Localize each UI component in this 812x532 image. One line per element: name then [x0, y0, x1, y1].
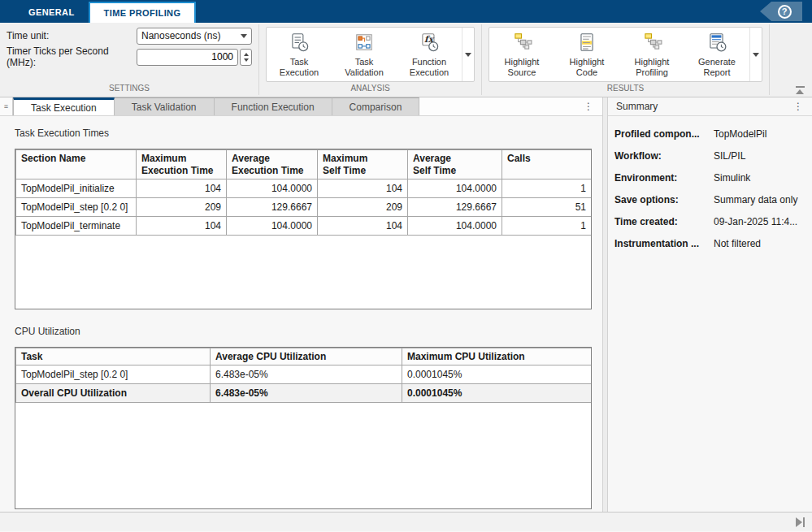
timer-ticks-label: Timer Ticks per Second (MHz): [7, 45, 137, 68]
summary-row-workflow: Workflow: SIL/PIL [614, 145, 805, 167]
cpu-table-title: CPU Utilization [15, 326, 592, 337]
cell: 104.0000 [227, 217, 318, 236]
cpu-table: Task Average CPU Utilization Maximum CPU… [15, 348, 592, 403]
cell: 129.6667 [227, 198, 318, 217]
doc-tab-comparison[interactable]: Comparison [332, 97, 420, 115]
cell: 6.483e-05% [211, 365, 402, 384]
tab-time-profiling[interactable]: TIME PROFILING [89, 2, 197, 23]
doc-tab-function-execution[interactable]: Function Execution [215, 97, 332, 115]
col-avg-cpu: Average CPU Utilization [211, 348, 402, 365]
collapse-toolstrip-icon [796, 86, 805, 88]
analysis-dropdown-button[interactable] [462, 28, 474, 81]
document-tabstrip: ≡ Task Execution Task Validation Functio… [0, 97, 602, 116]
summary-value: Summary data only [714, 194, 805, 205]
task-execution-button[interactable]: Task Execution [267, 28, 332, 81]
spin-down-icon [244, 58, 249, 62]
summary-key: Profiled compon... [614, 128, 714, 140]
highlight-source-button[interactable]: Highlight Source [489, 28, 554, 81]
chevron-down-icon [465, 53, 471, 57]
table-row[interactable]: TopModelPil_terminate 104 104.0000 104 1… [16, 217, 592, 236]
panel-splitter[interactable] [602, 97, 608, 512]
cell: 51 [502, 198, 592, 217]
results-section-label: RESULTS [482, 84, 769, 97]
highlight-code-label: Highlight Code [570, 57, 605, 78]
summary-rows: Profiled compon... TopModelPil Workflow:… [608, 116, 812, 255]
summary-title: Summary [616, 101, 792, 112]
summary-row-time-created: Time created: 09-Jan-2025 11:4... [614, 211, 805, 233]
cpu-table-container: Task Average CPU Utilization Maximum CPU… [15, 347, 592, 509]
tab-general[interactable]: GENERAL [15, 2, 89, 23]
summary-row-environment: Environment: Simulink [614, 167, 805, 189]
cell: 129.6667 [408, 198, 502, 217]
analysis-section-label: ANALYSIS [259, 84, 481, 97]
summary-title-row: Summary ⋮ [608, 97, 812, 116]
analysis-section: Task Execution Task [259, 23, 481, 97]
doc-tab-task-validation[interactable]: Task Validation [115, 97, 215, 115]
chevron-down-icon [753, 53, 759, 57]
cell: 209 [137, 198, 227, 217]
cell: 6.483e-05% [211, 384, 402, 403]
exec-table-header-row: Section Name Maximum Execution Time Aver… [16, 150, 592, 179]
cell: 104.0000 [227, 179, 318, 198]
expand-panel-button[interactable] [796, 517, 805, 527]
task-execution-icon [289, 32, 310, 55]
summary-row-instrumentation: Instrumentation ... Not filtered [614, 233, 805, 255]
summary-key: Save options: [614, 194, 714, 205]
function-execution-icon: fx [419, 32, 440, 55]
timer-ticks-input[interactable] [137, 49, 238, 66]
settings-section: Time unit: Nanoseconds (ns) Timer Ticks … [0, 23, 258, 97]
table-row[interactable]: TopModelPil_step [0.2 0] 209 129.6667 20… [16, 198, 592, 217]
time-unit-label: Time unit: [7, 30, 137, 41]
task-validation-button[interactable]: Task Validation [332, 28, 397, 81]
generate-report-icon [706, 32, 727, 55]
cell: 1 [502, 217, 592, 236]
table-row[interactable]: TopModelPil_step [0.2 0] 6.483e-05% 0.00… [16, 365, 592, 384]
summary-menu-button[interactable]: ⋮ [792, 101, 804, 112]
highlight-code-button[interactable]: Highlight Code [554, 28, 619, 81]
table-row-overall[interactable]: Overall CPU Utilization 6.483e-05% 0.000… [16, 384, 592, 403]
cell: 1 [502, 179, 592, 198]
help-icon: ? [778, 5, 792, 19]
col-max-self-time: Maximum Self Time [318, 150, 408, 179]
col-max-cpu: Maximum CPU Utilization [402, 348, 592, 365]
cell: 104 [318, 179, 408, 198]
summary-row-profiled-component: Profiled compon... TopModelPil [614, 123, 805, 145]
cell: 104.0000 [408, 179, 502, 198]
summary-key: Environment: [614, 172, 714, 184]
function-execution-label: Function Execution [410, 57, 449, 78]
exec-table: Section Name Maximum Execution Time Aver… [15, 149, 592, 236]
main-area: ≡ Task Execution Task Validation Functio… [0, 97, 812, 512]
cell: TopModelPil_step [0.2 0] [16, 365, 211, 384]
cell: TopModelPil_initialize [16, 179, 137, 198]
task-validation-icon [354, 32, 375, 55]
doc-tab-task-execution[interactable]: Task Execution [13, 97, 115, 115]
cell: 104 [137, 217, 227, 236]
time-unit-dropdown[interactable]: Nanoseconds (ns) [137, 28, 252, 45]
results-section: Highlight Source Highlight Code [482, 23, 769, 97]
time-unit-value: Nanoseconds (ns) [141, 30, 241, 41]
col-max-exec-time: Maximum Execution Time [137, 150, 227, 179]
results-dropdown-button[interactable] [749, 28, 762, 81]
collapse-toolstrip-button[interactable] [795, 86, 805, 94]
summary-key: Time created: [614, 216, 714, 227]
help-button[interactable]: ? [760, 2, 802, 21]
summary-row-save-options: Save options: Summary data only [614, 189, 805, 211]
highlight-source-label: Highlight Source [505, 57, 540, 78]
highlight-profiling-button[interactable]: Highlight Profiling [619, 28, 684, 81]
toolstrip-right-spacer [770, 23, 812, 97]
task-validation-label: Task Validation [345, 57, 384, 78]
timer-ticks-stepper[interactable] [240, 49, 252, 66]
generate-report-button[interactable]: Generate Report [684, 28, 749, 81]
summary-panel: Summary ⋮ Profiled compon... TopModelPil… [608, 97, 812, 512]
function-execution-button[interactable]: fx Function Execution [397, 28, 462, 81]
cell: TopModelPil_terminate [16, 217, 137, 236]
tab-overflow-menu-button[interactable]: ⋮ [575, 97, 602, 115]
spin-up-icon [244, 53, 249, 56]
task-execution-content: Task Execution Times Section Name Maximu… [0, 116, 602, 512]
cell: 0.0001045% [402, 384, 592, 403]
document-list-button[interactable]: ≡ [0, 97, 13, 115]
col-task: Task [16, 348, 211, 365]
highlight-source-icon [511, 32, 532, 55]
cpu-table-header-row: Task Average CPU Utilization Maximum CPU… [16, 348, 592, 365]
table-row[interactable]: TopModelPil_initialize 104 104.0000 104 … [16, 179, 592, 198]
